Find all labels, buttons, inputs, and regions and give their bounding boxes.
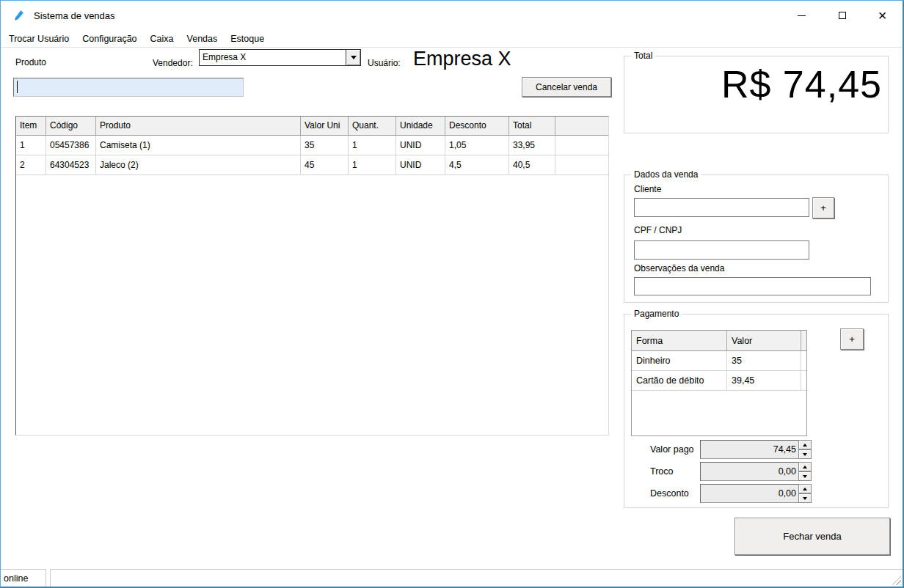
spin-down-button[interactable] (798, 449, 812, 459)
vendor-combobox[interactable]: Empresa X (199, 49, 361, 66)
cell-desconto[interactable]: 1,05 (445, 136, 509, 155)
statusbar: online (1, 569, 903, 587)
spin-up-button[interactable] (798, 440, 812, 449)
sale-notes-label: Observações da venda (634, 263, 724, 273)
arrow-down-icon (803, 453, 807, 456)
paid-spinner: 74,45 (700, 440, 812, 459)
cell-forma[interactable]: Cartão de débito (632, 371, 727, 390)
cell-filler (555, 136, 608, 155)
col-header-valor-uni[interactable]: Valor Uni (301, 117, 349, 135)
add-client-button[interactable]: + (812, 197, 834, 218)
change-label: Troco (650, 466, 674, 477)
product-search-input[interactable] (13, 78, 244, 97)
payment-grid-header: Forma Valor (632, 331, 806, 351)
chevron-down-icon (351, 56, 357, 59)
add-payment-button[interactable]: + (840, 328, 864, 350)
cell-filler (555, 155, 608, 174)
cell-forma[interactable]: Dinheiro (632, 351, 727, 370)
cell-filler (801, 371, 806, 390)
cell-valor[interactable]: 39,45 (727, 371, 801, 390)
cell-item[interactable]: 2 (16, 155, 46, 174)
vendor-label: Vendedor: (153, 58, 193, 68)
discount-spinner: 0,00 (700, 484, 812, 503)
menubar: Trocar Usuário Configuração Caixa Vendas… (1, 30, 903, 48)
menu-vendas[interactable]: Vendas (181, 34, 225, 44)
cell-produto[interactable]: Camiseta (1) (96, 136, 301, 155)
arrow-up-icon (803, 488, 807, 490)
cell-produto[interactable]: Jaleco (2) (96, 155, 301, 174)
menu-caixa[interactable]: Caixa (144, 34, 181, 44)
col-header-item[interactable]: Item (16, 117, 46, 135)
sale-data-legend: Dados da venda (631, 169, 701, 180)
minimize-icon (798, 15, 806, 16)
payment-row[interactable]: Dinheiro 35 (632, 351, 806, 371)
col-header-total[interactable]: Total (509, 117, 555, 135)
text-caret (17, 81, 18, 93)
cell-item[interactable]: 1 (16, 136, 46, 155)
maximize-button[interactable] (822, 1, 862, 30)
change-value[interactable]: 0,00 (700, 462, 799, 481)
titlebar: Sistema de vendas × (1, 1, 903, 30)
menu-estoque[interactable]: Estoque (224, 34, 271, 44)
user-name: Empresa X (413, 48, 511, 70)
cell-quant[interactable]: 1 (349, 136, 396, 155)
spin-down-button[interactable] (798, 471, 812, 481)
cancel-sale-button[interactable]: Cancelar venda (522, 77, 611, 97)
app-pen-icon (13, 10, 25, 21)
cell-codigo[interactable]: 64304523 (46, 155, 96, 174)
cell-valor-uni[interactable]: 45 (301, 155, 349, 174)
paid-label: Valor pago (650, 444, 694, 455)
sale-notes-input[interactable] (634, 277, 871, 295)
change-spinner: 0,00 (700, 462, 812, 481)
spin-up-button[interactable] (798, 462, 812, 471)
col-header-desconto[interactable]: Desconto (445, 117, 509, 135)
discount-value[interactable]: 0,00 (700, 484, 799, 503)
arrow-up-icon (803, 466, 807, 468)
table-row[interactable]: 2 64304523 Jaleco (2) 45 1 UNID 4,5 40,5 (16, 155, 608, 175)
client-input[interactable] (634, 198, 809, 217)
payment-row[interactable]: Cartão de débito 39,45 (632, 371, 806, 391)
vendor-selected-value: Empresa X (200, 50, 346, 65)
col-header-unidade[interactable]: Unidade (396, 117, 445, 135)
sale-data-groupbox: Dados da venda Cliente + CPF / CNPJ Obse… (624, 174, 889, 303)
vendor-dropdown-button[interactable] (346, 50, 360, 65)
cpf-cnpj-label: CPF / CNPJ (634, 225, 682, 235)
minimize-button[interactable] (781, 1, 822, 30)
table-row[interactable]: 1 05457386 Camiseta (1) 35 1 UNID 1,05 3… (16, 136, 608, 155)
cell-filler (801, 351, 806, 370)
col-header-valor[interactable]: Valor (727, 331, 801, 350)
items-grid: Item Código Produto Valor Uni Quant. Uni… (15, 116, 609, 436)
payment-grid: Forma Valor Dinheiro 35 Cartão de débito… (631, 330, 807, 436)
total-legend: Total (631, 51, 655, 61)
col-header-quant[interactable]: Quant. (349, 117, 396, 135)
menu-configuracao[interactable]: Configuração (76, 34, 143, 44)
cell-unidade[interactable]: UNID (396, 136, 445, 155)
spin-up-button[interactable] (798, 484, 812, 493)
cpf-cnpj-input[interactable] (634, 240, 809, 260)
col-header-filler (555, 117, 608, 135)
cell-quant[interactable]: 1 (349, 155, 396, 174)
cell-total[interactable]: 40,5 (509, 155, 555, 174)
user-label: Usuário: (368, 58, 401, 68)
cell-total[interactable]: 33,95 (509, 136, 555, 155)
cell-valor-uni[interactable]: 35 (301, 136, 349, 155)
col-header-filler (801, 331, 806, 350)
discount-label: Desconto (650, 488, 689, 499)
cell-desconto[interactable]: 4,5 (445, 155, 509, 174)
payment-legend: Pagamento (631, 309, 682, 319)
close-button[interactable]: × (862, 1, 903, 30)
cell-codigo[interactable]: 05457386 (46, 136, 96, 155)
close-icon: × (878, 8, 887, 23)
cell-unidade[interactable]: UNID (396, 155, 445, 174)
app-window: Sistema de vendas × Trocar Usuário Confi… (0, 0, 904, 588)
status-online: online (1, 569, 46, 587)
product-label: Produto (15, 57, 46, 67)
spin-down-button[interactable] (798, 493, 812, 503)
col-header-codigo[interactable]: Código (46, 117, 96, 135)
paid-value[interactable]: 74,45 (700, 440, 799, 459)
cell-valor[interactable]: 35 (727, 351, 801, 370)
menu-trocar-usuario[interactable]: Trocar Usuário (2, 34, 76, 44)
col-header-forma[interactable]: Forma (632, 331, 727, 350)
col-header-produto[interactable]: Produto (96, 117, 301, 135)
close-sale-button[interactable]: Fechar venda (734, 518, 890, 555)
